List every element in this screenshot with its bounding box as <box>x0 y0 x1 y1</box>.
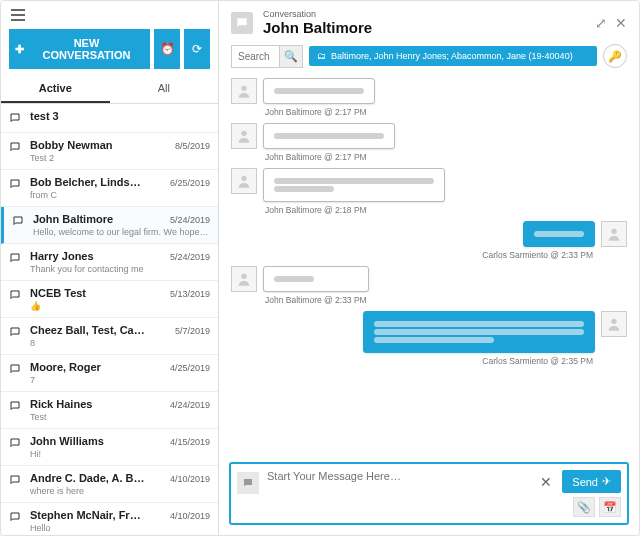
clear-icon[interactable]: ✕ <box>536 474 556 490</box>
conversation-item[interactable]: Bob Belcher, Lindsy Lohan 6/25/2019 from… <box>1 170 218 207</box>
conversation-date: 5/13/2019 <box>170 289 210 299</box>
header-label: Conversation <box>263 9 372 19</box>
message-meta: Carlos Sarmiento @ 2:33 PM <box>480 250 595 260</box>
chat-icon <box>9 112 23 126</box>
conversation-name: Harry Jones <box>30 250 94 262</box>
search-input[interactable] <box>231 45 279 68</box>
alarm-button[interactable]: ⏰ <box>154 29 180 69</box>
message: John Baltimore @ 2:17 PM <box>231 78 627 117</box>
header-name: John Baltimore <box>263 19 372 36</box>
conversation-name: Andre C. Dade, A. Bald H… <box>30 472 145 484</box>
chat-icon <box>9 400 23 414</box>
close-icon[interactable]: ✕ <box>615 15 627 31</box>
conversation-item[interactable]: John Williams 4/15/2019 Hi! <box>1 429 218 466</box>
chat-icon <box>9 511 23 525</box>
message-bubble <box>263 266 369 292</box>
expand-icon[interactable]: ⤢ <box>595 15 607 31</box>
chat-icon <box>9 474 23 488</box>
conversation-preview: 7 <box>30 375 210 385</box>
case-badge[interactable]: 🗂 Baltimore, John Henry Jones; Abacommon… <box>309 46 597 66</box>
conversation-preview: Hello, welcome to our legal firm. We hop… <box>33 227 210 237</box>
message-bubble <box>263 123 395 149</box>
attach-button[interactable]: 📎 <box>573 497 595 517</box>
message-meta: John Baltimore @ 2:17 PM <box>263 152 395 162</box>
alarm-icon: ⏰ <box>160 42 175 56</box>
message-meta: Carlos Sarmiento @ 2:35 PM <box>480 356 595 366</box>
message-meta: John Baltimore @ 2:33 PM <box>263 295 369 305</box>
conversation-date: 4/10/2019 <box>170 511 210 521</box>
send-icon: ✈ <box>602 475 611 488</box>
conversation-list[interactable]: test 3 Bobby Newman 8/5/2019 Test 2 Bob … <box>1 104 218 535</box>
conversation-date: 5/24/2019 <box>170 252 210 262</box>
calendar-button[interactable]: 📅 <box>599 497 621 517</box>
conversation-preview: Test 2 <box>30 153 210 163</box>
refresh-icon: ⟳ <box>192 42 202 56</box>
conversation-preview: where is here <box>30 486 210 496</box>
message-list[interactable]: John Baltimore @ 2:17 PM John Baltimore … <box>219 74 639 456</box>
svg-point-5 <box>611 319 616 324</box>
chat-icon <box>12 215 26 229</box>
key-icon: 🔑 <box>608 50 622 63</box>
conversation-item[interactable]: Bobby Newman 8/5/2019 Test 2 <box>1 133 218 170</box>
compose-icon <box>237 472 259 494</box>
avatar <box>231 266 257 292</box>
conversation-date: 8/5/2019 <box>175 141 210 151</box>
avatar <box>601 221 627 247</box>
search-button[interactable]: 🔍 <box>279 45 303 68</box>
conversation-date: 4/10/2019 <box>170 474 210 484</box>
conversation-icon <box>231 12 253 34</box>
attach-icon: 📎 <box>577 501 591 514</box>
compose-input[interactable] <box>267 470 528 504</box>
tab-active[interactable]: Active <box>1 75 110 103</box>
conversation-name: Stephen McNair, Francis … <box>30 509 145 521</box>
avatar <box>231 168 257 194</box>
message: John Baltimore @ 2:33 PM <box>231 266 627 305</box>
menu-icon[interactable] <box>1 1 218 29</box>
message: John Baltimore @ 2:17 PM <box>231 123 627 162</box>
conversation-name: Rick Haines <box>30 398 92 410</box>
conversation-item[interactable]: Cheez Ball, Test, Carlos … 5/7/2019 8 <box>1 318 218 355</box>
message-meta: John Baltimore @ 2:18 PM <box>263 205 445 215</box>
svg-point-3 <box>611 229 616 234</box>
message: Carlos Sarmiento @ 2:33 PM <box>231 221 627 260</box>
conversation-date: 4/15/2019 <box>170 437 210 447</box>
conversation-date: 4/25/2019 <box>170 363 210 373</box>
conversation-date: 5/7/2019 <box>175 326 210 336</box>
conversation-item[interactable]: test 3 <box>1 104 218 133</box>
conversation-preview: Test <box>30 412 210 422</box>
key-button[interactable]: 🔑 <box>603 44 627 68</box>
conversation-name: test 3 <box>30 110 59 122</box>
conversation-preview: from C <box>30 190 210 200</box>
avatar <box>601 311 627 337</box>
conversation-item[interactable]: Andre C. Dade, A. Bald H… 4/10/2019 wher… <box>1 466 218 503</box>
conversation-name: John Baltimore <box>33 213 113 225</box>
compose-box: ✕ Send ✈ 📎 📅 <box>229 462 629 525</box>
conversation-item[interactable]: Rick Haines 4/24/2019 Test <box>1 392 218 429</box>
conversation-item[interactable]: Harry Jones 5/24/2019 Thank you for cont… <box>1 244 218 281</box>
send-button[interactable]: Send ✈ <box>562 470 621 493</box>
conversation-name: Bob Belcher, Lindsy Lohan <box>30 176 145 188</box>
conversation-preview: Thank you for contacting me <box>30 264 210 274</box>
conversation-preview: 👍 <box>30 301 210 311</box>
message: Carlos Sarmiento @ 2:35 PM <box>231 311 627 366</box>
conversation-item[interactable]: Stephen McNair, Francis … 4/10/2019 Hell… <box>1 503 218 535</box>
new-conversation-button[interactable]: ✚ NEW CONVERSATION <box>9 29 150 69</box>
conversation-item[interactable]: Moore, Roger 4/25/2019 7 <box>1 355 218 392</box>
conversation-item[interactable]: John Baltimore 5/24/2019 Hello, welcome … <box>1 207 218 244</box>
conversation-name: Moore, Roger <box>30 361 101 373</box>
plus-icon: ✚ <box>15 43 24 56</box>
refresh-button[interactable]: ⟳ <box>184 29 210 69</box>
folder-icon: 🗂 <box>317 51 326 61</box>
conversation-name: NCEB Test <box>30 287 86 299</box>
tab-all[interactable]: All <box>110 75 219 103</box>
chat-icon <box>9 289 23 303</box>
message-bubble <box>363 311 595 353</box>
conversation-preview: Hello <box>30 523 210 533</box>
conversation-name: Cheez Ball, Test, Carlos … <box>30 324 145 336</box>
new-conversation-label: NEW CONVERSATION <box>29 37 144 61</box>
conversation-date: 6/25/2019 <box>170 178 210 188</box>
conversation-preview: 8 <box>30 338 210 348</box>
message-bubble <box>263 168 445 202</box>
conversation-item[interactable]: NCEB Test 5/13/2019 👍 <box>1 281 218 318</box>
chat-icon <box>9 326 23 340</box>
